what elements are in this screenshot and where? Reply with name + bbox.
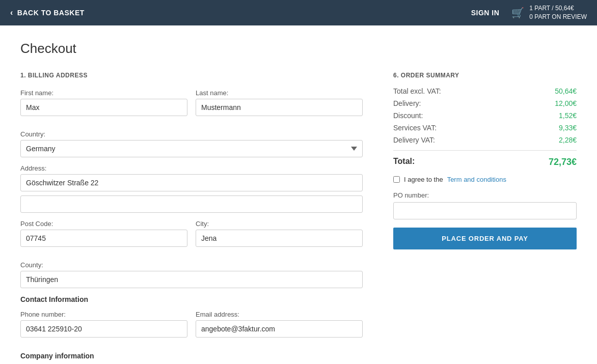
back-to-basket-button[interactable]: ‹ BACK TO BASKET [10, 8, 85, 17]
chevron-left-icon: ‹ [10, 8, 13, 17]
country-select[interactable]: Germany Austria Switzerland France Unite… [20, 140, 363, 157]
header-right: SIGN IN 🛒 1 PART / 50,64€ 0 PART ON REVI… [471, 4, 587, 21]
country-label: Country: [20, 130, 363, 138]
order-summary-title: 6. ORDER SUMMARY [393, 72, 577, 79]
cart-icon: 🛒 [511, 7, 524, 19]
terms-text: I agree to the [404, 176, 443, 183]
summary-row-delivery: Delivery: 12,00€ [393, 99, 577, 107]
summary-label-discount: Discount: [393, 111, 423, 120]
last-name-input[interactable] [196, 99, 363, 116]
country-group: Country: Germany Austria Switzerland Fra… [20, 130, 363, 157]
summary-row-total: Total: 72,73€ [393, 157, 577, 167]
summary-row-delivery-vat: Delivery VAT: 2,28€ [393, 136, 577, 144]
billing-section-label: 1. BILLING ADDRESS [20, 72, 363, 79]
first-name-input[interactable] [20, 99, 187, 116]
city-group: City: [196, 220, 363, 247]
summary-row-discount: Discount: 1,52€ [393, 111, 577, 120]
back-to-basket-label: BACK TO BASKET [17, 9, 85, 17]
cart-summary[interactable]: 🛒 1 PART / 50,64€ 0 PART ON REVIEW [511, 4, 587, 21]
phone-input[interactable] [20, 320, 187, 338]
summary-divider [393, 150, 577, 151]
summary-value-discount: 1,52€ [559, 111, 577, 120]
po-input[interactable] [393, 202, 577, 219]
summary-value-delivery-vat: 2,28€ [559, 136, 577, 144]
place-order-button[interactable]: PLACE ORDER AND PAY [393, 228, 577, 249]
last-name-label: Last name: [196, 89, 363, 97]
phone-label: Phone number: [20, 311, 187, 318]
first-name-group: First name: [20, 89, 187, 116]
county-group: County: [20, 261, 363, 288]
address-input[interactable] [20, 174, 363, 191]
city-label: City: [196, 220, 363, 228]
email-group: Email address: [196, 311, 363, 338]
summary-label-vat: Total excl. VAT: [393, 87, 441, 95]
summary-label-services-vat: Services VAT: [393, 124, 437, 132]
address2-input[interactable] [20, 195, 363, 213]
checkout-page: Checkout 1. BILLING ADDRESS First name: … [0, 25, 597, 364]
first-name-label: First name: [20, 89, 187, 97]
cart-text: 1 PART / 50,64€ 0 PART ON REVIEW [529, 4, 587, 21]
contact-row: Phone number: Email address: [20, 311, 363, 345]
contact-info-heading: Contact Information [20, 295, 363, 303]
summary-row-vat: Total excl. VAT: 50,64€ [393, 87, 577, 95]
postcode-city-row: Post Code: City: [20, 220, 363, 254]
email-input[interactable] [196, 320, 363, 338]
terms-link[interactable]: Term and conditions [447, 176, 506, 183]
last-name-group: Last name: [196, 89, 363, 116]
address-label: Address: [20, 164, 363, 172]
summary-value-vat: 50,64€ [555, 87, 577, 95]
summary-row-services-vat: Services VAT: 9,33€ [393, 124, 577, 132]
billing-panel: 1. BILLING ADDRESS First name: Last name… [20, 72, 363, 364]
phone-group: Phone number: [20, 311, 187, 338]
summary-label-delivery-vat: Delivery VAT: [393, 136, 435, 144]
content-layout: 1. BILLING ADDRESS First name: Last name… [20, 72, 577, 364]
postcode-group: Post Code: [20, 220, 187, 247]
county-label: County: [20, 261, 363, 269]
summary-label-delivery: Delivery: [393, 99, 421, 107]
summary-label-total: Total: [393, 157, 415, 167]
sign-in-button[interactable]: SIGN IN [471, 9, 500, 17]
terms-row: I agree to the Term and conditions [393, 176, 577, 183]
address-group: Address: [20, 164, 363, 213]
order-summary-panel: 6. ORDER SUMMARY Total excl. VAT: 50,64€… [393, 72, 577, 249]
po-label: PO number: [393, 191, 577, 199]
cart-line1: 1 PART / 50,64€ [529, 4, 587, 13]
terms-checkbox[interactable] [393, 176, 400, 183]
county-input[interactable] [20, 271, 363, 288]
summary-value-delivery: 12,00€ [555, 99, 577, 107]
page-title: Checkout [20, 41, 577, 57]
city-input[interactable] [196, 230, 363, 247]
cart-line2: 0 PART ON REVIEW [529, 13, 587, 21]
postcode-label: Post Code: [20, 220, 187, 228]
header: ‹ BACK TO BASKET SIGN IN 🛒 1 PART / 50,6… [0, 0, 597, 25]
postcode-input[interactable] [20, 230, 187, 247]
summary-value-services-vat: 9,33€ [559, 124, 577, 132]
company-info-heading: Company information [20, 352, 363, 360]
name-row: First name: Last name: [20, 89, 363, 123]
summary-value-total: 72,73€ [549, 157, 577, 167]
email-label: Email address: [196, 311, 363, 318]
